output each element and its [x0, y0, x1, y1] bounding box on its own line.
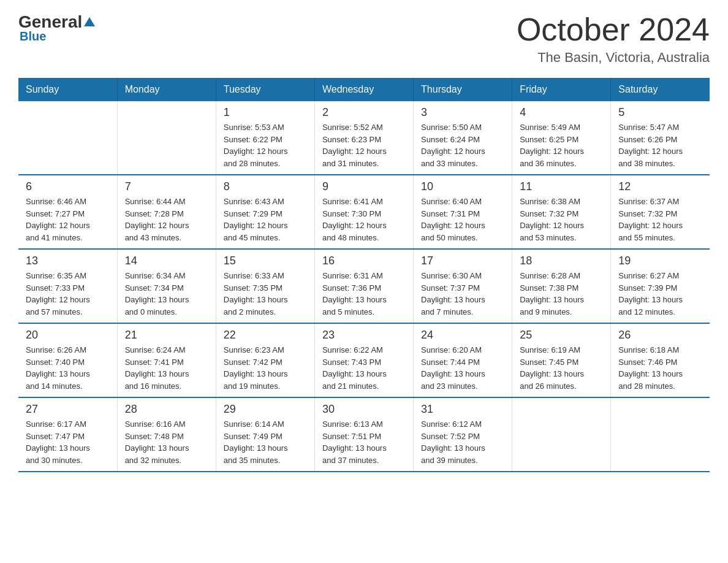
logo: General Blue	[18, 12, 97, 44]
header-cell-sunday: Sunday	[18, 78, 117, 101]
day-info: Sunrise: 6:43 AMSunset: 7:29 PMDaylight:…	[224, 196, 307, 243]
calendar-cell: 21Sunrise: 6:24 AMSunset: 7:41 PMDayligh…	[117, 323, 216, 397]
calendar-location: The Basin, Victoria, Australia	[517, 50, 710, 66]
calendar-cell: 1Sunrise: 5:53 AMSunset: 6:22 PMDaylight…	[216, 101, 314, 175]
day-number: 28	[125, 403, 208, 416]
day-info: Sunrise: 6:46 AMSunset: 7:27 PMDaylight:…	[26, 196, 110, 243]
day-number: 12	[618, 180, 702, 193]
week-row-3: 13Sunrise: 6:35 AMSunset: 7:33 PMDayligh…	[18, 249, 710, 323]
calendar-cell	[512, 397, 611, 472]
calendar-cell: 24Sunrise: 6:20 AMSunset: 7:44 PMDayligh…	[414, 323, 512, 397]
title-section: October 2024 The Basin, Victoria, Austra…	[517, 12, 710, 66]
day-number: 20	[26, 329, 110, 342]
calendar-cell: 17Sunrise: 6:30 AMSunset: 7:37 PMDayligh…	[414, 249, 512, 323]
day-info: Sunrise: 6:23 AMSunset: 7:42 PMDaylight:…	[224, 344, 307, 392]
header-cell-saturday: Saturday	[611, 78, 710, 101]
day-number: 21	[125, 329, 208, 342]
day-info: Sunrise: 6:13 AMSunset: 7:51 PMDaylight:…	[322, 418, 406, 466]
calendar-cell: 13Sunrise: 6:35 AMSunset: 7:33 PMDayligh…	[18, 249, 117, 323]
week-row-1: 1Sunrise: 5:53 AMSunset: 6:22 PMDaylight…	[18, 101, 710, 175]
calendar-title: October 2024	[517, 12, 710, 47]
day-info: Sunrise: 6:24 AMSunset: 7:41 PMDaylight:…	[125, 344, 208, 392]
day-info: Sunrise: 6:33 AMSunset: 7:35 PMDaylight:…	[224, 270, 307, 318]
day-info: Sunrise: 5:50 AMSunset: 6:24 PMDaylight:…	[421, 121, 504, 169]
calendar-cell: 19Sunrise: 6:27 AMSunset: 7:39 PMDayligh…	[611, 249, 710, 323]
day-number: 27	[26, 403, 110, 416]
day-number: 11	[520, 180, 603, 193]
day-number: 25	[520, 329, 603, 342]
day-info: Sunrise: 6:41 AMSunset: 7:30 PMDaylight:…	[322, 196, 406, 243]
day-number: 22	[224, 329, 307, 342]
day-info: Sunrise: 6:26 AMSunset: 7:40 PMDaylight:…	[26, 344, 110, 392]
day-number: 26	[618, 329, 702, 342]
day-info: Sunrise: 5:53 AMSunset: 6:22 PMDaylight:…	[224, 121, 307, 169]
day-number: 4	[520, 106, 603, 119]
svg-marker-0	[84, 17, 95, 26]
calendar-cell: 9Sunrise: 6:41 AMSunset: 7:30 PMDaylight…	[314, 175, 413, 249]
day-info: Sunrise: 6:38 AMSunset: 7:32 PMDaylight:…	[520, 196, 603, 243]
page-header: General Blue October 2024 The Basin, Vic…	[18, 12, 710, 66]
day-info: Sunrise: 5:47 AMSunset: 6:26 PMDaylight:…	[618, 121, 702, 169]
day-number: 10	[421, 180, 504, 193]
day-info: Sunrise: 5:49 AMSunset: 6:25 PMDaylight:…	[520, 121, 603, 169]
calendar-cell: 14Sunrise: 6:34 AMSunset: 7:34 PMDayligh…	[117, 249, 216, 323]
calendar-cell: 30Sunrise: 6:13 AMSunset: 7:51 PMDayligh…	[314, 397, 413, 472]
calendar-cell	[611, 397, 710, 472]
calendar-cell: 28Sunrise: 6:16 AMSunset: 7:48 PMDayligh…	[117, 397, 216, 472]
week-row-2: 6Sunrise: 6:46 AMSunset: 7:27 PMDaylight…	[18, 175, 710, 249]
day-info: Sunrise: 6:22 AMSunset: 7:43 PMDaylight:…	[322, 344, 406, 392]
calendar-cell: 11Sunrise: 6:38 AMSunset: 7:32 PMDayligh…	[512, 175, 611, 249]
day-number: 29	[224, 403, 307, 416]
day-info: Sunrise: 6:37 AMSunset: 7:32 PMDaylight:…	[618, 196, 702, 243]
day-number: 17	[421, 255, 504, 267]
calendar-cell: 18Sunrise: 6:28 AMSunset: 7:38 PMDayligh…	[512, 249, 611, 323]
logo-blue-text: Blue	[20, 29, 46, 44]
week-row-4: 20Sunrise: 6:26 AMSunset: 7:40 PMDayligh…	[18, 323, 710, 397]
calendar-cell: 6Sunrise: 6:46 AMSunset: 7:27 PMDaylight…	[18, 175, 117, 249]
calendar-cell: 7Sunrise: 6:44 AMSunset: 7:28 PMDaylight…	[117, 175, 216, 249]
day-info: Sunrise: 6:12 AMSunset: 7:52 PMDaylight:…	[421, 418, 504, 466]
day-number: 23	[322, 329, 406, 342]
calendar-cell: 29Sunrise: 6:14 AMSunset: 7:49 PMDayligh…	[216, 397, 314, 472]
day-info: Sunrise: 6:27 AMSunset: 7:39 PMDaylight:…	[618, 270, 702, 318]
day-info: Sunrise: 6:17 AMSunset: 7:47 PMDaylight:…	[26, 418, 110, 466]
day-number: 8	[224, 180, 307, 193]
header-cell-tuesday: Tuesday	[216, 78, 314, 101]
calendar-cell: 20Sunrise: 6:26 AMSunset: 7:40 PMDayligh…	[18, 323, 117, 397]
day-number: 24	[421, 329, 504, 342]
day-number: 5	[618, 106, 702, 119]
calendar-cell: 3Sunrise: 5:50 AMSunset: 6:24 PMDaylight…	[414, 101, 512, 175]
calendar-cell: 22Sunrise: 6:23 AMSunset: 7:42 PMDayligh…	[216, 323, 314, 397]
header-cell-wednesday: Wednesday	[314, 78, 413, 101]
day-info: Sunrise: 6:34 AMSunset: 7:34 PMDaylight:…	[125, 270, 208, 318]
calendar-cell: 27Sunrise: 6:17 AMSunset: 7:47 PMDayligh…	[18, 397, 117, 472]
calendar-cell	[117, 101, 216, 175]
calendar-cell: 31Sunrise: 6:12 AMSunset: 7:52 PMDayligh…	[414, 397, 512, 472]
header-cell-friday: Friday	[512, 78, 611, 101]
day-number: 3	[421, 106, 504, 119]
day-info: Sunrise: 6:35 AMSunset: 7:33 PMDaylight:…	[26, 270, 110, 318]
calendar-cell: 8Sunrise: 6:43 AMSunset: 7:29 PMDaylight…	[216, 175, 314, 249]
day-number: 19	[618, 255, 702, 267]
day-number: 6	[26, 180, 110, 193]
day-info: Sunrise: 6:18 AMSunset: 7:46 PMDaylight:…	[618, 344, 702, 392]
header-row: SundayMondayTuesdayWednesdayThursdayFrid…	[18, 78, 710, 101]
day-info: Sunrise: 5:52 AMSunset: 6:23 PMDaylight:…	[322, 121, 406, 169]
calendar-cell: 12Sunrise: 6:37 AMSunset: 7:32 PMDayligh…	[611, 175, 710, 249]
calendar-cell: 25Sunrise: 6:19 AMSunset: 7:45 PMDayligh…	[512, 323, 611, 397]
day-number: 15	[224, 255, 307, 267]
day-number: 7	[125, 180, 208, 193]
day-number: 1	[224, 106, 307, 119]
calendar-cell: 10Sunrise: 6:40 AMSunset: 7:31 PMDayligh…	[414, 175, 512, 249]
day-number: 16	[322, 255, 406, 267]
week-row-5: 27Sunrise: 6:17 AMSunset: 7:47 PMDayligh…	[18, 397, 710, 472]
day-number: 30	[322, 403, 406, 416]
header-cell-thursday: Thursday	[414, 78, 512, 101]
day-info: Sunrise: 6:16 AMSunset: 7:48 PMDaylight:…	[125, 418, 208, 466]
day-number: 31	[421, 403, 504, 416]
day-number: 9	[322, 180, 406, 193]
calendar-cell	[18, 101, 117, 175]
day-info: Sunrise: 6:30 AMSunset: 7:37 PMDaylight:…	[421, 270, 504, 318]
calendar-cell: 5Sunrise: 5:47 AMSunset: 6:26 PMDaylight…	[611, 101, 710, 175]
calendar-cell: 15Sunrise: 6:33 AMSunset: 7:35 PMDayligh…	[216, 249, 314, 323]
